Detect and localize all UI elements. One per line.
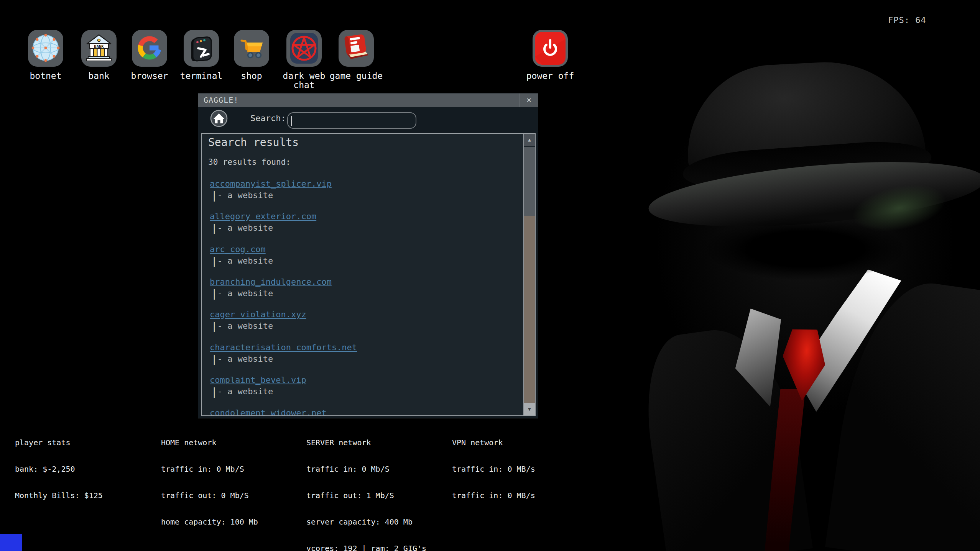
window-title: GAGGLE!: [204, 93, 238, 107]
result-link[interactable]: cager_violation.xyz: [210, 310, 306, 319]
botnet-icon: [28, 30, 63, 67]
result-link[interactable]: arc_cog.com: [210, 244, 266, 254]
search-input[interactable]: [287, 112, 416, 129]
close-button[interactable]: ×: [520, 93, 538, 107]
results-heading: Search results: [208, 136, 299, 149]
icon-label-power-off: power off: [520, 71, 581, 80]
icon-label-dark-web-chat: dark web chat: [282, 71, 326, 90]
stats-line: home capacity: 100 Mb: [161, 518, 258, 526]
result-desc: |- a website: [211, 190, 273, 201]
home-icon: [210, 110, 228, 127]
server-network-block: SERVER network traffic in: 0 Mb/S traffi…: [306, 421, 426, 551]
stats-line: server capacity: 400 Mb: [306, 518, 426, 526]
icon-label-game-guide: game guide: [326, 71, 387, 80]
icon-label-shop: shop: [221, 71, 282, 80]
icon-label-botnet: botnet: [15, 71, 76, 80]
result-link[interactable]: accompanyist_splicer.vip: [210, 179, 332, 189]
stats-line: HOME network: [161, 438, 258, 447]
result-link[interactable]: allegory_exterior.com: [210, 212, 316, 221]
home-network-block: HOME network traffic in: 0 Mb/S traffic …: [161, 421, 258, 535]
scrollbar-up-arrow[interactable]: ▲: [524, 134, 535, 146]
stats-line: SERVER network: [306, 438, 426, 447]
result-item: arc_cog.com |- a website: [210, 244, 509, 254]
result-link[interactable]: complaint_bevel.vip: [210, 375, 306, 385]
desktop-icon-browser[interactable]: browser: [132, 30, 167, 107]
stats-line: traffic out: 1 Mb/S: [306, 491, 426, 500]
text-caret: [291, 116, 292, 126]
result-desc: |- a website: [211, 255, 273, 267]
results-count: 30 results found:: [208, 157, 291, 167]
vpn-network-block: VPN network traffic in: 0 MB/s traffic i…: [452, 421, 535, 509]
result-item: accompanyist_splicer.vip |- a website: [210, 179, 509, 189]
result-item: characterisation_comforts.net |- a websi…: [210, 343, 509, 352]
result-item: complaint_bevel.vip |- a website: [210, 375, 509, 385]
stats-line: traffic in: 0 MB/s: [452, 465, 535, 474]
stats-line: VPN network: [452, 438, 535, 447]
player-stats-block: player stats bank: $-2,250 Monthly Bills…: [15, 421, 103, 509]
result-desc: |- a website: [211, 320, 273, 332]
terminal-icon: [184, 30, 219, 67]
search-label: Search:: [250, 113, 286, 123]
result-link[interactable]: branching_indulgence.com: [210, 277, 332, 287]
stats-line: traffic out: 0 Mb/S: [161, 491, 258, 500]
desktop-icon-bank[interactable]: BANK bank: [81, 30, 117, 107]
result-desc: |- a website: [211, 386, 273, 397]
stats-line: traffic in: 0 Mb/S: [161, 465, 258, 474]
gaggle-window: GAGGLE! × Search: Search results 30 resu…: [198, 93, 538, 418]
result-desc: |- a website: [211, 288, 273, 299]
pentagram-chat-icon: [286, 30, 322, 67]
scrollbar-down-arrow[interactable]: ▼: [524, 403, 535, 415]
window-titlebar[interactable]: GAGGLE! ×: [198, 93, 538, 107]
stats-line: traffic in: 0 MB/s: [452, 491, 535, 500]
stats-line: player stats: [15, 438, 103, 447]
taskbar-item-minimized[interactable]: [0, 534, 22, 551]
desktop-icon-botnet[interactable]: botnet: [28, 30, 63, 107]
stats-line: vcores: 192 | ram: 2 GIG's: [306, 544, 426, 551]
result-item: allegory_exterior.com |- a website: [210, 212, 509, 221]
scrollbar-thumb[interactable]: [524, 147, 535, 216]
google-browser-icon: [132, 30, 167, 67]
scrollbar-track[interactable]: [524, 216, 535, 404]
stats-line: bank: $-2,250: [15, 465, 103, 474]
book-icon: [339, 30, 374, 67]
bank-icon: BANK: [81, 30, 117, 67]
stats-line: traffic in: 0 Mb/S: [306, 465, 426, 474]
scrollbar: ▲ ▼: [523, 134, 535, 415]
svg-text:BANK: BANK: [94, 44, 104, 49]
stats-line: Monthly Bills: $125: [15, 491, 103, 500]
figure-face-shadow: [675, 209, 936, 289]
result-link[interactable]: condolement_widower.net: [210, 408, 327, 416]
power-icon: [533, 30, 568, 67]
result-item: condolement_widower.net |- a website: [210, 408, 509, 416]
result-item: branching_indulgence.com |- a website: [210, 277, 509, 287]
shopping-cart-icon: [234, 30, 269, 67]
result-item: cager_violation.xyz |- a website: [210, 310, 509, 319]
result-desc: |- a website: [211, 222, 273, 234]
result-desc: |- a website: [211, 353, 273, 365]
fps-counter: FPS: 64: [888, 15, 926, 25]
result-link[interactable]: characterisation_comforts.net: [210, 343, 357, 352]
search-results-panel[interactable]: Search results 30 results found: accompa…: [201, 133, 536, 416]
home-button[interactable]: [210, 110, 228, 127]
